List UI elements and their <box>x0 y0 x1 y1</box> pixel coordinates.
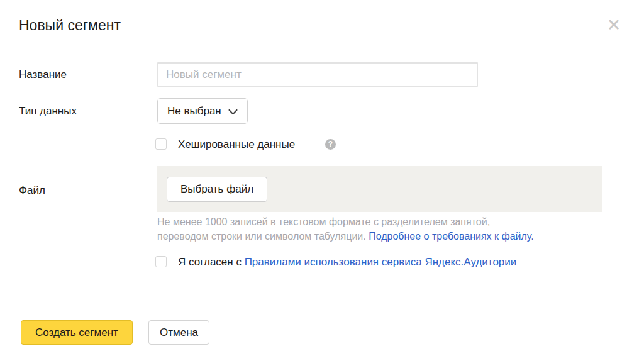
file-upload-area: Выбрать файл <box>157 166 602 212</box>
agreement-text: Я согласен с Правилами использования сер… <box>178 256 516 269</box>
hashed-data-label: Хешированные данные <box>178 138 295 151</box>
data-type-label: Тип данных <box>19 105 77 118</box>
data-type-dropdown[interactable]: Не выбран <box>157 98 248 124</box>
agreement-checkbox[interactable] <box>155 256 167 267</box>
cancel-button[interactable]: Отмена <box>148 320 209 345</box>
data-type-selected-value: Не выбран <box>167 105 221 118</box>
file-label: Файл <box>19 184 45 197</box>
terms-of-service-link[interactable]: Правилами использования сервиса Яндекс.А… <box>245 256 517 268</box>
help-icon[interactable]: ? <box>325 139 336 150</box>
file-requirements-link[interactable]: Подробнее о требованиях к файлу. <box>369 231 534 242</box>
hint-line2: переводом строки или символом табуляции. <box>157 231 366 242</box>
agreement-prefix: Я согласен с <box>178 256 245 268</box>
dialog-title: Новый сегмент <box>19 17 121 34</box>
create-segment-button[interactable]: Создать сегмент <box>21 320 133 345</box>
file-requirements-hint: Не менее 1000 записей в текстовом формат… <box>157 215 616 243</box>
chevron-down-icon <box>228 106 238 118</box>
choose-file-button[interactable]: Выбрать файл <box>167 177 267 202</box>
hashed-data-checkbox[interactable] <box>155 138 167 150</box>
name-label: Название <box>19 69 67 81</box>
hint-line1: Не менее 1000 записей в текстовом формат… <box>157 216 490 227</box>
new-segment-dialog: Новый сегмент ✕ Название Тип данных Не в… <box>0 0 644 363</box>
close-icon[interactable]: ✕ <box>604 15 624 35</box>
segment-name-input[interactable] <box>157 62 478 87</box>
